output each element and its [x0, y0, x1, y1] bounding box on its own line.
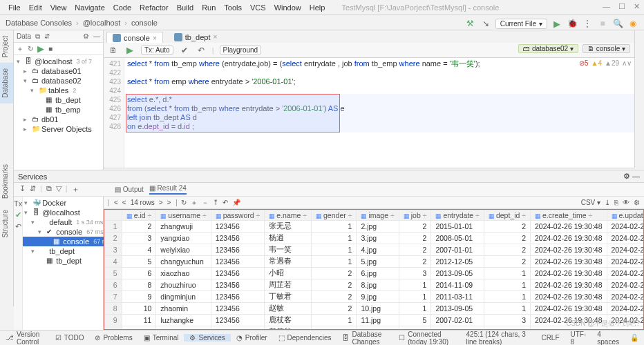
bookmarks-tool[interactable]: Bookmarks [0, 159, 13, 204]
filter2-icon[interactable]: ▽ [56, 184, 61, 195]
close-icon[interactable]: ✕ [634, 2, 640, 11]
db-tree-item[interactable]: ▾📁tables2 [14, 86, 103, 95]
todo-tool[interactable]: ☑ TODO [50, 334, 90, 342]
prev-page-icon[interactable]: < [122, 199, 126, 206]
next-page-icon[interactable]: > [159, 199, 163, 206]
add-icon[interactable]: ＋ [17, 44, 23, 54]
first-page-icon[interactable]: ⎸< [108, 199, 118, 207]
playground-dropdown[interactable]: Playground [220, 46, 262, 55]
menu-tools[interactable]: Tools [220, 3, 246, 12]
table-row[interactable]: 810zhaomin123456赵敏210.jpg12013-09-051202… [105, 303, 645, 315]
db-tree-item[interactable]: ▦tb_dept [14, 95, 103, 105]
check-icon[interactable]: ✔ [15, 210, 21, 219]
col-header[interactable]: ▦username ÷ [156, 210, 211, 221]
sql-editor[interactable]: 421422423424425426427428 select * from t… [104, 58, 634, 168]
col-header[interactable]: ▦e.create_time ÷ [531, 210, 607, 221]
menu-window[interactable]: Window [270, 3, 305, 12]
svc-tree-item[interactable]: ▾tb_dept [23, 246, 110, 256]
problems-tool[interactable]: ⊘ Problems [89, 334, 138, 342]
db-tree-item[interactable]: ▾🗀database02 [14, 76, 103, 86]
breadcrumb-seg[interactable]: console [131, 19, 158, 27]
updates-icon[interactable]: ◉ [627, 18, 638, 29]
db-tree-item[interactable]: ▸🗀db01 [14, 115, 103, 124]
add-row-icon[interactable]: ＋ [191, 198, 198, 208]
query-plan-icon[interactable]: 🗎 [108, 45, 119, 56]
db-tree-item[interactable]: ▸📁Server Objects [14, 124, 103, 134]
close-icon[interactable]: × [153, 34, 157, 42]
col-header[interactable]: ▦e.id ÷ [122, 210, 156, 221]
table-row[interactable]: 23yangxiao123456杨逍13.jpg22008-05-0122024… [105, 233, 645, 244]
cancel-icon[interactable]: ↶ [15, 222, 21, 231]
indent[interactable]: 4 spaces [591, 331, 625, 346]
services-tool[interactable]: ⚙ Services [184, 334, 230, 342]
expand-all-icon[interactable]: ⇵ [30, 184, 36, 195]
export-icon[interactable]: ⤓ [605, 199, 610, 206]
col-header[interactable]: ▦e.update_time ÷ [607, 210, 644, 221]
editor-content[interactable]: select * from tb_emp where (entrydate,jo… [124, 58, 634, 168]
col-header[interactable]: ▦gender ÷ [312, 210, 357, 221]
svc-tree-item[interactable]: ▾🐳Docker [23, 198, 110, 208]
commit-icon[interactable]: ✔ [179, 45, 190, 56]
line-sep[interactable]: CRLF [536, 334, 565, 342]
col-header[interactable]: ▦entrydate ÷ [431, 210, 484, 221]
console-badge[interactable]: 🗎 console ▾ [583, 44, 630, 53]
build-icon[interactable]: ⚒ [465, 18, 476, 29]
col-header[interactable]: ▦e.name ÷ [265, 210, 312, 221]
search-icon[interactable]: 🔍 [612, 18, 623, 29]
debug-icon[interactable]: 🐞 [567, 18, 578, 29]
filter-icon[interactable]: ⧉ [35, 32, 40, 41]
pin-icon[interactable]: 📌 [232, 199, 240, 206]
minimize-panel-icon[interactable]: — [93, 32, 100, 40]
expand-icon[interactable]: ⇵ [44, 32, 50, 40]
minimize-panel-icon[interactable]: — [632, 172, 640, 180]
col-header[interactable]: ▦password ÷ [211, 210, 265, 221]
revert-icon[interactable]: ↶ [222, 199, 228, 206]
run-icon[interactable]: ▶ [551, 18, 562, 29]
table-row[interactable]: 34weiyixiao123456韦一笑14.jpg22007-01-01220… [105, 244, 645, 256]
terminal-tool[interactable]: ▣ Terminal [138, 334, 184, 342]
svc-tree-item[interactable]: ▦tb_dept [23, 256, 110, 266]
db-schema-badge[interactable]: 🗃 database02 ▾ [518, 44, 578, 53]
run-config-dropdown[interactable]: Current File▾ [495, 19, 547, 29]
stop-query-icon[interactable]: ■ [48, 45, 53, 52]
menu-run[interactable]: Run [198, 3, 220, 12]
settings-icon[interactable]: ⚙ [634, 199, 640, 206]
menu-code[interactable]: Code [109, 3, 135, 12]
refresh-icon[interactable]: ↻ [28, 45, 33, 52]
tree-mode-icon[interactable]: ⧉ [46, 184, 52, 195]
database-tool[interactable]: Database [0, 63, 13, 103]
inspection-widget[interactable]: ⊘5 ▲4 ▲29 ∧∨ [579, 59, 632, 67]
menu-navigate[interactable]: Navigate [70, 3, 108, 12]
services-tree[interactable]: ▾🐳Docker▾🗄@localhost▾default1 s 34 ms▾✔c… [23, 197, 110, 330]
encoding[interactable]: UTF-8 [565, 331, 592, 346]
menu-help[interactable]: Help [305, 3, 330, 12]
run-query-icon[interactable]: ▶ [37, 43, 44, 54]
table-row[interactable]: 56xiaozhao123456小昭26.jpg32013-09-0512024… [105, 268, 645, 279]
dbchanges-tool[interactable]: 🗄 Database Changes [337, 331, 393, 346]
db-tree-item[interactable]: ▾🗄@localhost3 of 7 [14, 57, 103, 66]
result-tab[interactable]: ▦ Result 24 [149, 184, 187, 195]
col-header[interactable]: ▦job ÷ [399, 210, 431, 221]
col-header[interactable]: ▦dept_id ÷ [484, 210, 530, 221]
vc-tool[interactable]: ⎇ Version Control [0, 331, 50, 346]
breadcrumb-seg[interactable]: Database Consoles [6, 19, 72, 27]
maximize-icon[interactable]: ☐ [618, 2, 625, 11]
menu-vcs[interactable]: VCS [246, 3, 270, 12]
col-header[interactable]: ▦image ÷ [357, 210, 399, 221]
db-tree-item[interactable]: ▸🗀database01 [14, 66, 103, 76]
gear-icon[interactable]: ⚙ [623, 172, 630, 180]
database-tree[interactable]: ▾🗄@localhost3 of 7▸🗀database01▾🗀database… [14, 55, 103, 135]
close-icon[interactable]: × [213, 33, 217, 41]
menu-refactor[interactable]: Refactor [135, 3, 173, 12]
gear-icon[interactable]: ⚙ [83, 32, 89, 40]
stop-icon[interactable]: ■ [597, 18, 608, 29]
svc-tree-item[interactable]: ▾✔console67 ms [23, 227, 110, 237]
select-run-icon[interactable]: ↘ [480, 18, 491, 29]
last-page-icon[interactable]: >⎹ [167, 199, 178, 207]
export-format[interactable]: CSV ▾ [581, 199, 600, 206]
table-row[interactable]: 68zhouzhiruo123456周芷若28.jpg12014-11-0912… [105, 279, 645, 291]
copy-icon[interactable]: ⎘ [614, 199, 618, 206]
tx-mode-dropdown[interactable]: Tx: Auto [141, 46, 173, 55]
project-tool[interactable]: Project [0, 30, 13, 63]
breadcrumb-seg[interactable]: @localhost [83, 19, 121, 27]
